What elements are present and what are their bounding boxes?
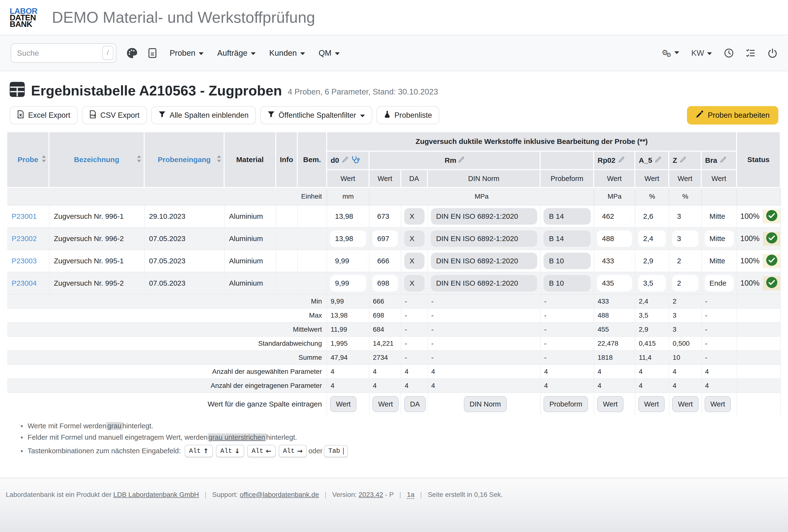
kw-dropdown[interactable]: KW xyxy=(691,48,712,58)
rm-value-input[interactable]: 698 xyxy=(372,275,398,292)
sample-bem xyxy=(298,205,327,228)
a5-value-input[interactable]: 2,6 xyxy=(638,208,666,224)
da-formula-value[interactable]: X xyxy=(404,208,424,224)
rm-value-input[interactable]: 666 xyxy=(372,253,398,269)
bra-value-input[interactable]: Mitte xyxy=(705,208,734,224)
a5-value-input[interactable]: 2,9 xyxy=(638,253,666,269)
task-list-icon[interactable] xyxy=(746,48,755,58)
z-value-input[interactable]: 2 xyxy=(672,253,698,269)
probeform-formula-value[interactable]: B 14 xyxy=(544,230,591,247)
history-clock-icon[interactable] xyxy=(724,48,734,58)
da-formula-value[interactable]: X xyxy=(404,230,424,247)
show-all-columns-button[interactable]: Alle Spalten einblenden xyxy=(151,106,256,124)
param-header-rm: Rm xyxy=(370,152,541,170)
fill-a5-button[interactable]: Wert xyxy=(638,396,665,412)
din-norm-formula-value[interactable]: DIN EN ISO 6892-1:2020 xyxy=(431,253,537,269)
rp02-value-input[interactable]: 435 xyxy=(597,275,632,292)
theme-palette-icon[interactable] xyxy=(127,48,137,58)
param-header-z: Z xyxy=(669,152,702,170)
document-icon[interactable] xyxy=(148,48,157,58)
fill-rp02-button[interactable]: Wert xyxy=(597,396,624,412)
stat-value: 4 xyxy=(669,379,702,393)
rp02-value-input[interactable]: 488 xyxy=(597,230,632,247)
edit-pencil-icon[interactable] xyxy=(458,156,465,164)
a5-value-input[interactable]: 3,5 xyxy=(638,275,666,292)
ldb-gmbh-link[interactable]: LDB Labordatenbank GmbH xyxy=(113,491,199,498)
edit-pencil-icon[interactable] xyxy=(618,156,625,164)
search-input[interactable] xyxy=(11,43,116,63)
menu-kunden[interactable]: Kunden xyxy=(269,48,305,58)
excel-export-button[interactable]: Excel Export xyxy=(10,106,78,124)
arrow-up-icon: ↑ xyxy=(203,447,209,455)
stat-value: 4 xyxy=(702,365,737,379)
public-column-filters-button[interactable]: Öffentliche Spaltenfilter xyxy=(260,106,372,124)
fill-bra-button[interactable]: Wert xyxy=(705,396,731,412)
check-circle-icon[interactable] xyxy=(766,276,778,290)
status-strip xyxy=(763,232,780,245)
check-circle-icon[interactable] xyxy=(766,210,778,223)
fill-d0-button[interactable]: Wert xyxy=(330,396,356,412)
fill-probeform-button[interactable]: Probeform xyxy=(544,396,588,412)
check-circle-icon[interactable] xyxy=(766,254,778,268)
a5-value-input[interactable]: 2,4 xyxy=(638,230,666,247)
settings-gears-icon[interactable]: ⚙⚙ xyxy=(662,48,679,58)
status-cell: 100% xyxy=(737,228,781,250)
revision-link[interactable]: 1a xyxy=(407,491,414,499)
edit-samples-button[interactable]: Proben bearbeiten xyxy=(687,106,778,124)
d0-value-input[interactable]: 13,98 xyxy=(330,208,366,224)
nav-menu: Proben Aufträge Kunden QM xyxy=(170,48,340,58)
sample-link[interactable]: P23002 xyxy=(12,235,37,242)
logout-power-icon[interactable] xyxy=(768,48,777,58)
sample-link[interactable]: P23001 xyxy=(12,212,37,220)
fill-z-button[interactable]: Wert xyxy=(672,396,698,412)
col-header-probe[interactable]: Probe xyxy=(7,132,50,188)
probeform-formula-value[interactable]: B 14 xyxy=(544,208,591,224)
sample-eingang: 29.10.2023 xyxy=(145,205,224,228)
edit-pencil-icon[interactable] xyxy=(655,156,661,164)
probeform-formula-value[interactable]: B 10 xyxy=(544,275,591,292)
stat-value: 4 xyxy=(635,365,669,379)
menu-auftraege[interactable]: Aufträge xyxy=(217,48,256,58)
rm-value-input[interactable]: 697 xyxy=(372,230,398,247)
probeform-formula-value[interactable]: B 10 xyxy=(544,253,591,269)
edit-pencil-icon[interactable] xyxy=(720,156,726,164)
da-formula-value[interactable]: X xyxy=(404,253,424,269)
bra-value-input[interactable]: Mitte xyxy=(705,230,734,247)
sample-list-button[interactable]: Probenliste xyxy=(377,106,439,124)
csv-export-button[interactable]: CSV Export xyxy=(82,106,147,124)
sample-link[interactable]: P23004 xyxy=(12,279,37,287)
d0-value-input[interactable]: 9,99 xyxy=(330,275,366,292)
labordatenbank-logo[interactable]: LABOR DATEN BANK xyxy=(10,8,37,27)
din-norm-formula-value[interactable]: DIN EN ISO 6892-1:2020 xyxy=(431,275,537,292)
note-text: hinterlegt. xyxy=(122,422,153,430)
bra-value-input[interactable]: Mitte xyxy=(705,253,734,269)
edit-pencil-icon[interactable] xyxy=(680,156,686,164)
note-text: hinterlegt. xyxy=(266,433,297,441)
din-norm-formula-value[interactable]: DIN EN ISO 6892-1:2020 xyxy=(431,230,537,247)
measuring-device-icon[interactable] xyxy=(351,156,360,165)
col-header-probeneingang[interactable]: Probeneingang xyxy=(145,132,224,188)
bra-value-input[interactable]: Ende xyxy=(705,275,734,292)
version-link[interactable]: 2023.42 xyxy=(359,491,383,498)
din-norm-formula-value[interactable]: DIN EN ISO 6892-1:2020 xyxy=(431,208,537,224)
kbd-alt-up: Alt↑ xyxy=(185,445,213,457)
d0-value-input[interactable]: 13,98 xyxy=(330,230,366,247)
menu-qm[interactable]: QM xyxy=(319,48,340,58)
rp02-value-input[interactable]: 433 xyxy=(597,253,632,269)
support-email-link[interactable]: office@labordatenbank.de xyxy=(240,491,319,498)
fill-da-button[interactable]: DA xyxy=(404,396,426,412)
z-value-input[interactable]: 2 xyxy=(672,275,698,292)
rm-value-input[interactable]: 673 xyxy=(372,208,398,224)
fill-din-norm-button[interactable]: DIN Norm xyxy=(464,396,507,412)
d0-value-input[interactable]: 9,99 xyxy=(330,253,366,269)
da-formula-value[interactable]: X xyxy=(404,275,424,292)
sample-link[interactable]: P23003 xyxy=(12,257,37,265)
z-value-input[interactable]: 3 xyxy=(672,230,698,247)
z-value-input[interactable]: 3 xyxy=(672,208,698,224)
check-circle-icon[interactable] xyxy=(766,232,778,245)
menu-proben[interactable]: Proben xyxy=(170,48,203,58)
col-header-bezeichnung[interactable]: Bezeichnung xyxy=(50,132,145,188)
fill-rm-button[interactable]: Wert xyxy=(372,396,399,412)
rp02-value-input[interactable]: 462 xyxy=(597,208,632,224)
edit-pencil-icon[interactable] xyxy=(342,156,349,164)
